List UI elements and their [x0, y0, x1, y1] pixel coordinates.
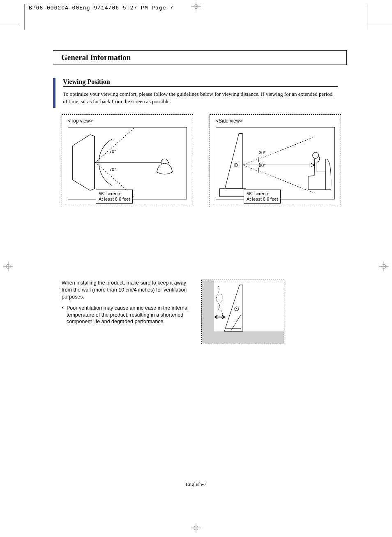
- angle-label: 30°: [259, 150, 266, 155]
- install-bullet: Poor ventilation may cause an increase i…: [62, 305, 189, 326]
- svg-rect-25: [202, 331, 284, 344]
- svg-line-22: [243, 165, 315, 193]
- svg-rect-17: [220, 189, 246, 197]
- angle-label: 70°: [109, 167, 116, 172]
- svg-point-29: [236, 308, 238, 310]
- distance-label: 56" screen: At least 6.6 feet: [244, 190, 281, 204]
- distance-line1: 56" screen:: [99, 191, 121, 196]
- diagram-top-view: <Top view>: [62, 114, 193, 207]
- section-body: To optimize your viewing comfort, please…: [63, 90, 338, 105]
- svg-point-19: [235, 164, 237, 166]
- registration-mark-icon: [379, 262, 389, 271]
- page-title-box: General Information: [53, 50, 347, 65]
- angle-label: 30°: [259, 163, 266, 168]
- print-header: BP68-00620A-00Eng 9/14/06 5:27 PM Page 7: [29, 5, 173, 11]
- distance-label: 56" screen: At least 6.6 feet: [96, 190, 133, 204]
- registration-mark-icon: [191, 523, 201, 533]
- crop-mark: [367, 4, 367, 30]
- install-section: When installing the product, make sure t…: [62, 280, 341, 344]
- svg-point-23: [313, 152, 319, 158]
- svg-line-14: [95, 128, 134, 162]
- top-view-illustration: [68, 127, 187, 199]
- registration-mark-icon: [191, 2, 201, 12]
- page-title: General Information: [61, 53, 131, 62]
- crop-mark: [19, 4, 25, 30]
- diagram-label: <Top view>: [68, 118, 93, 124]
- crop-mark: [367, 25, 392, 25]
- svg-line-21: [243, 137, 315, 165]
- page-footer: English-7: [0, 481, 392, 488]
- crop-mark: [0, 25, 19, 25]
- distance-line2: At least 6.6 feet: [247, 197, 278, 201]
- ventilation-illustration: [202, 280, 284, 344]
- side-view-illustration: [216, 127, 334, 199]
- angle-label: 70°: [109, 149, 116, 154]
- install-diagram: [201, 280, 284, 344]
- install-text: When installing the product, make sure t…: [62, 280, 189, 344]
- distance-line2: At least 6.6 feet: [99, 197, 130, 201]
- diagram-side-view: <Side view>: [210, 114, 341, 207]
- registration-mark-icon: [3, 262, 13, 271]
- install-paragraph: When installing the product, make sure t…: [62, 280, 189, 301]
- diagram-row: <Top view>: [62, 114, 341, 207]
- section-viewing-position: Viewing Position To optimize your viewin…: [53, 78, 338, 105]
- section-heading: Viewing Position: [63, 78, 338, 87]
- diagram-label: <Side view>: [216, 118, 242, 124]
- distance-line1: 56" screen:: [247, 191, 269, 196]
- section-accent-bar: [53, 78, 55, 108]
